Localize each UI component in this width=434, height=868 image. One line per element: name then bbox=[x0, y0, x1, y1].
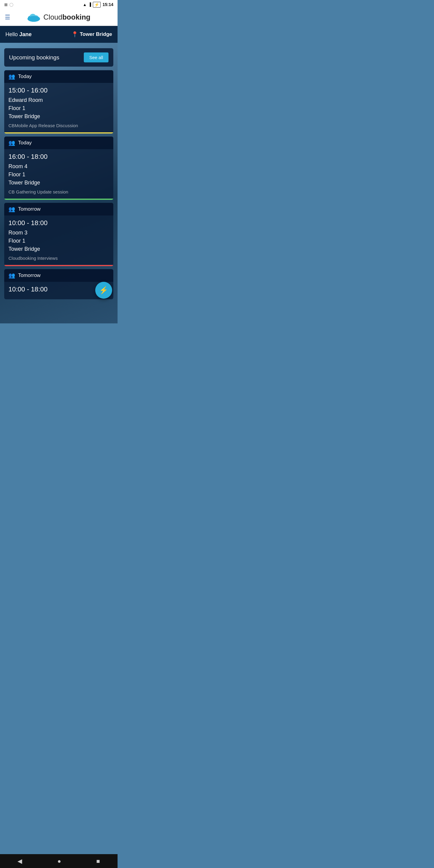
logo-cloud-icon bbox=[27, 12, 41, 22]
greeting-text: Hello Jane bbox=[5, 31, 32, 38]
booking-body: 10:00 - 18:00 Room 3 Floor 1 Tower Bridg… bbox=[4, 216, 113, 265]
booking-header: 👥 Today bbox=[4, 70, 113, 83]
location-pin-icon: 📍 bbox=[71, 31, 78, 38]
booking-body: 15:00 - 16:00 Edward Room Floor 1 Tower … bbox=[4, 83, 113, 132]
status-right-icons: ▲ ▐ ⚡ 15:14 bbox=[83, 2, 113, 7]
navbar: ☰ Cloudbooking bbox=[0, 8, 118, 26]
booking-body: 16:00 - 18:00 Room 4 Floor 1 Tower Bridg… bbox=[4, 149, 113, 198]
booking-header: 👥 Tomorrow bbox=[4, 203, 113, 216]
booking-status-bar bbox=[4, 265, 113, 266]
upcoming-bookings-header: Upcoming bookings See all bbox=[4, 48, 113, 67]
signal-icon: ▐ bbox=[89, 2, 91, 7]
booking-status-bar bbox=[4, 132, 113, 133]
booking-item[interactable]: 👥 Tomorrow 10:00 - 18:00 Room 3 Floor 1 … bbox=[4, 203, 113, 266]
booking-header: 👥 Tomorrow bbox=[4, 269, 113, 282]
time-display: 15:14 bbox=[102, 2, 113, 7]
booking-room: Room 3 Floor 1 Tower Bridge bbox=[8, 229, 109, 253]
booking-time: 16:00 - 18:00 bbox=[8, 153, 109, 161]
status-bar: ▦ ◯ ▲ ▐ ⚡ 15:14 bbox=[0, 0, 118, 8]
people-icon: 👥 bbox=[8, 206, 15, 213]
booking-item[interactable]: 👥 Today 16:00 - 18:00 Room 4 Floor 1 Tow… bbox=[4, 136, 113, 200]
booking-time: 10:00 - 18:00 bbox=[8, 219, 109, 227]
people-icon: 👥 bbox=[8, 140, 15, 146]
sim-icon: ▦ bbox=[4, 2, 7, 7]
people-icon: 👥 bbox=[8, 272, 15, 279]
booking-room: Room 4 Floor 1 Tower Bridge bbox=[8, 162, 109, 187]
wifi-icon: ▲ bbox=[83, 2, 87, 7]
booking-status-bar bbox=[4, 198, 113, 200]
see-all-button[interactable]: See all bbox=[84, 53, 108, 62]
hamburger-icon[interactable]: ☰ bbox=[5, 14, 10, 20]
booking-description: CBMobile App Release Discussion bbox=[8, 123, 109, 128]
battery-icon: ⚡ bbox=[93, 2, 101, 7]
booking-day: Tomorrow bbox=[18, 273, 41, 278]
status-left-icons: ▦ ◯ bbox=[4, 2, 13, 7]
hello-bar: Hello Jane 📍 Tower Bridge bbox=[0, 26, 118, 43]
lightning-icon: ⚡ bbox=[99, 286, 108, 294]
svg-point-4 bbox=[28, 16, 39, 21]
booking-description: CB Gathering Update session bbox=[8, 189, 109, 194]
booking-room: Edward Room Floor 1 Tower Bridge bbox=[8, 96, 109, 121]
fab-button[interactable]: ⚡ bbox=[95, 282, 112, 299]
location-selector[interactable]: 📍 Tower Bridge bbox=[71, 31, 112, 38]
upcoming-title: Upcoming bookings bbox=[9, 54, 59, 61]
booking-description: Cloudbooking Interviews bbox=[8, 255, 109, 261]
booking-day: Today bbox=[18, 73, 32, 80]
booking-time: 10:00 - 18:00 bbox=[8, 285, 109, 293]
booking-time: 15:00 - 16:00 bbox=[8, 87, 109, 94]
circle-icon: ◯ bbox=[9, 2, 13, 7]
booking-day: Today bbox=[18, 140, 32, 146]
main-content: Upcoming bookings See all 👥 Today 15:00 … bbox=[0, 43, 118, 323]
logo-text: Cloudbooking bbox=[43, 13, 90, 22]
location-name: Tower Bridge bbox=[80, 31, 112, 37]
people-icon: 👥 bbox=[8, 73, 15, 80]
booking-header: 👥 Today bbox=[4, 136, 113, 149]
logo-container: Cloudbooking bbox=[14, 12, 103, 22]
booking-day: Tomorrow bbox=[18, 206, 41, 212]
booking-item[interactable]: 👥 Today 15:00 - 16:00 Edward Room Floor … bbox=[4, 70, 113, 133]
